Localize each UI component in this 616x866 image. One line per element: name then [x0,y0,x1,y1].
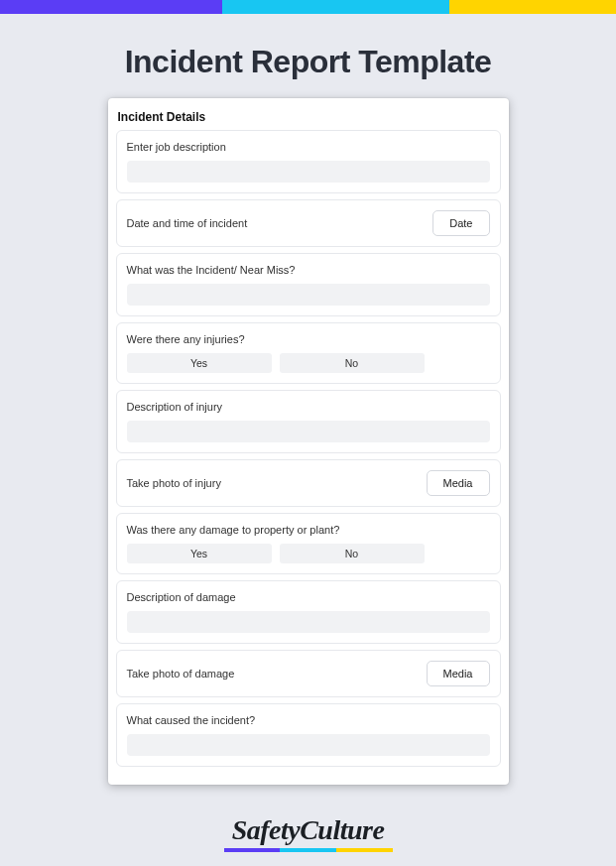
page-title: Incident Report Template [0,44,616,80]
label-damage-description: Description of damage [127,591,490,603]
top-color-stripe [0,0,616,14]
field-injuries: Were there any injuries? Yes No [116,322,501,384]
input-incident[interactable] [127,284,490,306]
label-injuries: Were there any injuries? [127,333,490,345]
label-injury-description: Description of injury [127,401,490,413]
field-injury-description: Description of injury [116,390,501,453]
field-injury-photo: Take photo of injury Media [116,459,501,507]
field-datetime: Date and time of incident Date [116,199,501,247]
date-button[interactable]: Date [432,210,489,236]
stripe-yellow [449,0,616,14]
brand-underline [224,848,393,852]
injuries-no-button[interactable]: No [280,353,425,373]
input-injury-description[interactable] [127,421,490,442]
label-cause: What caused the incident? [127,714,490,726]
field-damage-photo: Take photo of damage Media [116,650,501,697]
underline-cyan [280,848,336,852]
field-job-description: Enter job description [116,130,501,193]
input-cause[interactable] [127,734,490,756]
field-damage-description: Description of damage [116,580,501,644]
label-incident: What was the Incident/ Near Miss? [127,264,490,276]
label-datetime: Date and time of incident [127,217,248,229]
stripe-purple [0,0,222,14]
field-cause: What caused the incident? [116,703,501,767]
section-heading: Incident Details [116,108,501,130]
injury-media-button[interactable]: Media [427,470,490,496]
input-damage-description[interactable] [127,611,490,633]
field-property-damage: Was there any damage to property or plan… [116,513,501,574]
damage-media-button[interactable]: Media [427,661,490,686]
form-card: Incident Details Enter job description D… [108,98,509,785]
stripe-cyan [222,0,450,14]
input-job-description[interactable] [127,161,490,183]
brand-logo: SafetyCulture [0,814,616,846]
field-incident: What was the Incident/ Near Miss? [116,253,501,316]
underline-yellow [336,848,393,852]
label-property-damage: Was there any damage to property or plan… [127,524,490,536]
property-no-button[interactable]: No [280,544,425,563]
label-injury-photo: Take photo of injury [127,477,221,489]
underline-purple [224,848,281,852]
property-yes-button[interactable]: Yes [127,544,272,563]
label-damage-photo: Take photo of damage [127,668,235,680]
label-job-description: Enter job description [127,141,490,153]
injuries-yes-button[interactable]: Yes [127,353,272,373]
